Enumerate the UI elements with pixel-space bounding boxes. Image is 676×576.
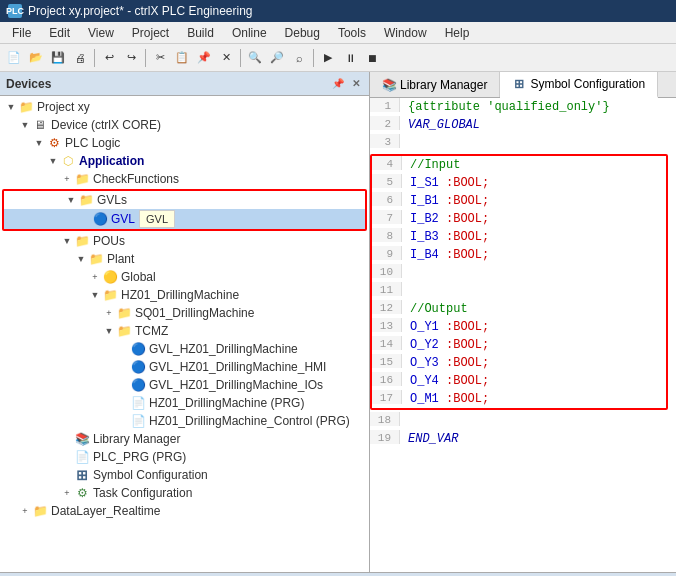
toolbar: 📄 📂 💾 🖨 ↩ ↪ ✂ 📋 📌 ✕ 🔍 🔎 ⌕ ▶ ⏸ ⏹: [0, 44, 676, 72]
redo-btn[interactable]: ↪: [121, 48, 141, 68]
menu-item-debug[interactable]: Debug: [277, 24, 328, 42]
plant-icon: 📁: [88, 251, 104, 267]
tree-item-application[interactable]: ▼ ⬡ Application: [0, 152, 369, 170]
tab-libmanager-label: Library Manager: [400, 78, 487, 92]
tree-item-hz01-prg[interactable]: 📄 HZ01_DrillingMachine (PRG): [0, 394, 369, 412]
code-line-2: 2 VAR_GLOBAL: [370, 116, 676, 134]
tree-item-gvl[interactable]: 🔵 GVL GVL: [4, 209, 365, 229]
tree-item-checkfunctions[interactable]: + 📁 CheckFunctions: [0, 170, 369, 188]
line-num-11: 11: [372, 282, 402, 296]
expand-datalayer[interactable]: +: [18, 506, 32, 516]
line-content-6: I_B1 :BOOL;: [402, 192, 666, 208]
delete-btn[interactable]: ✕: [216, 48, 236, 68]
tree-item-hz01-ctrl-prg[interactable]: 📄 HZ01_DrillingMachine_Control (PRG): [0, 412, 369, 430]
open-btn[interactable]: 📂: [26, 48, 46, 68]
stop-btn[interactable]: ⏹: [362, 48, 382, 68]
expand-device[interactable]: ▼: [18, 120, 32, 130]
project-icon: 📁: [18, 99, 34, 115]
expand-tcmz[interactable]: ▼: [102, 326, 116, 336]
undo-btn[interactable]: ↩: [99, 48, 119, 68]
menu-item-file[interactable]: File: [4, 24, 39, 42]
pous-icon: 📁: [74, 233, 90, 249]
tree-item-datalayer[interactable]: + 📁 DataLayer_Realtime: [0, 502, 369, 520]
tree-item-pous[interactable]: ▼ 📁 POUs: [0, 232, 369, 250]
tree-item-device[interactable]: ▼ 🖥 Device (ctrlX CORE): [0, 116, 369, 134]
line-content-7: I_B2 :BOOL;: [402, 210, 666, 226]
expand-checkfunctions[interactable]: +: [60, 174, 74, 184]
device-tree: ▼ 📁 Project xy ▼ 🖥 Device (ctrlX CORE) ▼…: [0, 96, 369, 572]
menu-bar: FileEditViewProjectBuildOnlineDebugTools…: [0, 22, 676, 44]
gvl-hz01-icon: 🔵: [130, 341, 146, 357]
global-icon: 🟡: [102, 269, 118, 285]
tab-libmanager-icon: 📚: [382, 78, 396, 92]
tree-item-gvl-hz01-ios[interactable]: 🔵 GVL_HZ01_DrillingMachine_IOs: [0, 376, 369, 394]
debug-btn[interactable]: ⏸: [340, 48, 360, 68]
save-btn[interactable]: 💾: [48, 48, 68, 68]
tree-item-gvls[interactable]: ▼ 📁 GVLs: [4, 191, 365, 209]
menu-item-edit[interactable]: Edit: [41, 24, 78, 42]
menu-item-tools[interactable]: Tools: [330, 24, 374, 42]
code-line-13: 13 O_Y1 :BOOL;: [372, 318, 666, 336]
tab-libmanager[interactable]: 📚 Library Manager: [370, 72, 500, 97]
tree-item-sq01[interactable]: + 📁 SQ01_DrillingMachine: [0, 304, 369, 322]
tree-item-gvl-hz01[interactable]: 🔵 GVL_HZ01_DrillingMachine: [0, 340, 369, 358]
expand-application[interactable]: ▼: [46, 156, 60, 166]
build-btn[interactable]: ▶: [318, 48, 338, 68]
expand-gvl-hz01: [116, 344, 130, 354]
tree-item-plclogic[interactable]: ▼ ⚙ PLC Logic: [0, 134, 369, 152]
title-text: Project xy.project* - ctrlX PLC Engineer…: [28, 4, 253, 18]
new-btn[interactable]: 📄: [4, 48, 24, 68]
tree-item-project[interactable]: ▼ 📁 Project xy: [0, 98, 369, 116]
expand-plclogic[interactable]: ▼: [32, 138, 46, 148]
tab-symconfig[interactable]: ⊞ Symbol Configuration: [500, 72, 658, 98]
line-content-11: [402, 282, 666, 284]
tree-item-gvl-hz01-hmi[interactable]: 🔵 GVL_HZ01_DrillingMachine_HMI: [0, 358, 369, 376]
expand-taskconfig[interactable]: +: [60, 488, 74, 498]
expand-gvl-hz01-hmi: [116, 362, 130, 372]
find-btn[interactable]: 🔍: [245, 48, 265, 68]
copy-btn[interactable]: 📋: [172, 48, 192, 68]
expand-hz01[interactable]: ▼: [88, 290, 102, 300]
tree-item-symconfig[interactable]: ⊞ Symbol Configuration: [0, 466, 369, 484]
tree-item-libmanager[interactable]: 📚 Library Manager: [0, 430, 369, 448]
expand-pous[interactable]: ▼: [60, 236, 74, 246]
code-line-10: 10: [372, 264, 666, 282]
tree-item-plc-prg[interactable]: 📄 PLC_PRG (PRG): [0, 448, 369, 466]
menu-item-online[interactable]: Online: [224, 24, 275, 42]
tree-item-taskconfig[interactable]: + ⚙ Task Configuration: [0, 484, 369, 502]
plclogic-label: PLC Logic: [65, 136, 120, 150]
close-panel-btn[interactable]: ✕: [349, 78, 363, 89]
line-num-13: 13: [372, 318, 402, 332]
menu-item-build[interactable]: Build: [179, 24, 222, 42]
tree-item-tcmz[interactable]: ▼ 📁 TCMZ: [0, 322, 369, 340]
find2-btn[interactable]: 🔎: [267, 48, 287, 68]
menu-item-view[interactable]: View: [80, 24, 122, 42]
paste-btn[interactable]: 📌: [194, 48, 214, 68]
hz01-ctrl-prg-icon: 📄: [130, 413, 146, 429]
line-num-4: 4: [372, 156, 402, 170]
find3-btn[interactable]: ⌕: [289, 48, 309, 68]
print-btn[interactable]: 🖨: [70, 48, 90, 68]
tree-item-hz01[interactable]: ▼ 📁 HZ01_DrillingMachine: [0, 286, 369, 304]
expand-gvls[interactable]: ▼: [64, 195, 78, 205]
tree-item-global[interactable]: + 🟡 Global: [0, 268, 369, 286]
menu-item-help[interactable]: Help: [437, 24, 478, 42]
tree-item-plant[interactable]: ▼ 📁 Plant: [0, 250, 369, 268]
expand-sq01[interactable]: +: [102, 308, 116, 318]
gvl-label: GVL: [111, 212, 135, 226]
tab-symconfig-icon: ⊞: [512, 77, 526, 91]
expand-global[interactable]: +: [88, 272, 102, 282]
cut-btn[interactable]: ✂: [150, 48, 170, 68]
gvl-hz01-label: GVL_HZ01_DrillingMachine: [149, 342, 298, 356]
sep1: [94, 49, 95, 67]
symconfig-icon: ⊞: [74, 467, 90, 483]
expand-libmanager: [60, 434, 74, 444]
pin-btn[interactable]: 📌: [329, 78, 347, 89]
code-line-8: 8 I_B3 :BOOL;: [372, 228, 666, 246]
menu-item-window[interactable]: Window: [376, 24, 435, 42]
code-line-6: 6 I_B1 :BOOL;: [372, 192, 666, 210]
menu-item-project[interactable]: Project: [124, 24, 177, 42]
devices-panel: Devices 📌 ✕ ▼ 📁 Project xy ▼ 🖥 Device (c…: [0, 72, 370, 572]
expand-project[interactable]: ▼: [4, 102, 18, 112]
expand-plant[interactable]: ▼: [74, 254, 88, 264]
